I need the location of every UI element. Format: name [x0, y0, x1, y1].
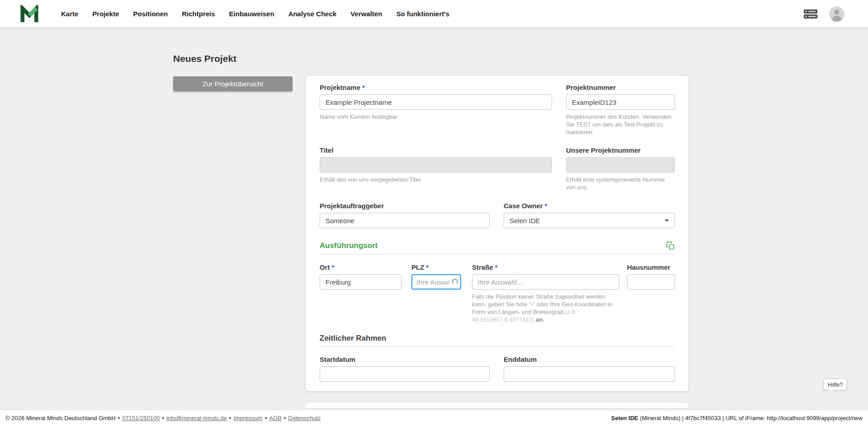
startdatum-input[interactable] — [320, 366, 490, 382]
nav-item-karte[interactable]: Karte — [61, 10, 78, 18]
separator: • — [162, 415, 164, 421]
titel-label: Titel — [320, 146, 552, 154]
server-icon[interactable] — [804, 9, 817, 19]
field-hausnummer: Hausnummer — [627, 263, 675, 290]
session-info: Selen IDE (Mineral Minds) | 4f7bc7f45033… — [611, 415, 863, 421]
section-ausfuehrungsort-header: Ausführungsort — [320, 241, 675, 254]
ausfuehrungsort-title: Ausführungsort — [320, 241, 377, 250]
field-enddatum: Enddatum — [504, 356, 675, 382]
nav-item-positionen[interactable]: Positionen — [133, 10, 168, 18]
field-ort: Ort* — [320, 263, 401, 290]
nav-right-actions — [804, 6, 844, 22]
separator: • — [265, 415, 267, 421]
field-plz: PLZ* — [411, 263, 461, 290]
field-case-owner: Case Owner* Selen IDE — [504, 202, 675, 228]
footer-email-link[interactable]: info@mineral-minds.de — [166, 415, 227, 421]
startdatum-label: Startdatum — [320, 356, 490, 364]
projektname-helper: Name vom Kunden festlegbar — [320, 113, 552, 121]
required-marker: * — [426, 263, 429, 271]
projektauftraggeber-input[interactable] — [320, 213, 490, 228]
ort-input[interactable] — [320, 274, 401, 290]
footer-datenschutz-link[interactable]: Datenschutz — [288, 415, 321, 421]
help-button[interactable]: Hilfe? — [823, 379, 847, 390]
unsere-projektnummer-label: Unsere Projektnummer — [566, 146, 675, 154]
required-marker: * — [332, 263, 335, 271]
unsere-projektnummer-input — [566, 157, 675, 173]
strasse-helper: Falls die Position keiner Straße zugeord… — [472, 293, 619, 324]
nav-item-verwalten[interactable]: Verwalten — [350, 10, 382, 18]
required-marker: * — [495, 263, 498, 271]
help-label: Hilfe? — [828, 381, 843, 388]
new-project-form-card: Projektname* Name vom Kunden festlegbar … — [306, 76, 689, 391]
required-marker: * — [362, 84, 365, 91]
field-projektname: Projektname* Name vom Kunden festlegbar — [320, 84, 552, 121]
field-titel: Titel Erhält den von uns vorgegebenen Ti… — [320, 146, 552, 183]
case-owner-label: Case Owner* — [504, 202, 675, 210]
strasse-label: Straße* — [472, 263, 619, 272]
nav-item-richtpreis[interactable]: Richtpreis — [182, 10, 215, 18]
footer-agb-link[interactable]: AGB — [269, 415, 281, 421]
back-to-project-overview-button[interactable]: Zur Projektübersicht — [173, 76, 292, 91]
field-projektnummer: Projektnummer Projektnummer des Kunden. … — [566, 84, 675, 136]
unsere-projektnummer-helper: Erhält eine systemgenerierte Nummer von … — [566, 176, 675, 191]
nav-item-einbauweisen[interactable]: Einbauweisen — [229, 10, 274, 18]
nav-item-projekte[interactable]: Projekte — [92, 10, 119, 18]
footer: © 2026 Mineral Minds Deutschland GmbH•07… — [0, 410, 868, 426]
zeitlicher-rahmen-title: Zeitlicher Rahmen — [320, 334, 386, 343]
hausnummer-input[interactable] — [627, 274, 675, 290]
projektname-label: Projektname* — [320, 84, 552, 92]
section-zeitlicher-rahmen-header: Zeitlicher Rahmen — [320, 334, 675, 347]
projektauftraggeber-label: Projektauftraggeber — [320, 202, 490, 210]
field-projektauftraggeber: Projektauftraggeber — [320, 202, 490, 228]
footer-legal: © 2026 Mineral Minds Deutschland GmbH•07… — [5, 415, 321, 421]
next-card-edge — [306, 403, 689, 408]
footer-phone-link[interactable]: 07151/250100 — [122, 415, 160, 421]
case-owner-value: Selen IDE — [509, 217, 540, 225]
case-owner-select[interactable]: Selen IDE — [504, 213, 675, 228]
loading-spinner-icon — [452, 279, 458, 285]
field-strasse: Straße* Falls die Position keiner Straße… — [472, 263, 619, 324]
page-title: Neues Projekt — [173, 53, 236, 64]
plz-label: PLZ* — [411, 263, 461, 272]
enddatum-label: Enddatum — [504, 356, 675, 364]
separator: • — [284, 415, 286, 421]
field-unsere-projektnummer: Unsere Projektnummer Erhält eine systemg… — [566, 146, 675, 191]
chevron-down-icon — [665, 220, 669, 222]
hausnummer-label: Hausnummer — [627, 263, 675, 272]
projektnummer-label: Projektnummer — [566, 84, 675, 92]
nav-item-analyse-check[interactable]: Analyse Check — [288, 10, 337, 18]
strasse-input[interactable] — [472, 274, 619, 290]
titel-helper: Erhält den von uns vorgegebenen Titel. — [320, 176, 552, 183]
session-details: (Mineral Minds) | 4f7bc7f45033 | URL of … — [638, 415, 863, 421]
user-avatar-icon[interactable] — [829, 6, 844, 22]
mineral-minds-logo-icon[interactable] — [20, 5, 39, 23]
nav-menu: Karte Projekte Positionen Richtpreis Ein… — [61, 10, 449, 18]
separator: • — [229, 415, 231, 421]
titel-input — [320, 157, 552, 173]
ort-label: Ort* — [320, 263, 401, 272]
top-nav: Karte Projekte Positionen Richtpreis Ein… — [0, 0, 868, 28]
field-startdatum: Startdatum — [320, 356, 490, 382]
separator: • — [118, 415, 120, 421]
projektname-input[interactable] — [320, 94, 552, 110]
projektnummer-helper: Projektnummer des Kunden. Verwenden Sie … — [566, 113, 675, 136]
footer-impressum-link[interactable]: Impressum — [233, 415, 262, 421]
projektnummer-input[interactable] — [566, 94, 675, 110]
enddatum-input[interactable] — [504, 366, 675, 382]
copy-icon[interactable] — [666, 241, 675, 250]
nav-item-so-funktionierts[interactable]: So funktioniert's — [396, 10, 449, 18]
copyright-text: © 2026 Mineral Minds Deutschland GmbH — [5, 415, 116, 421]
required-marker: * — [545, 202, 547, 210]
session-user: Selen IDE — [611, 415, 638, 421]
